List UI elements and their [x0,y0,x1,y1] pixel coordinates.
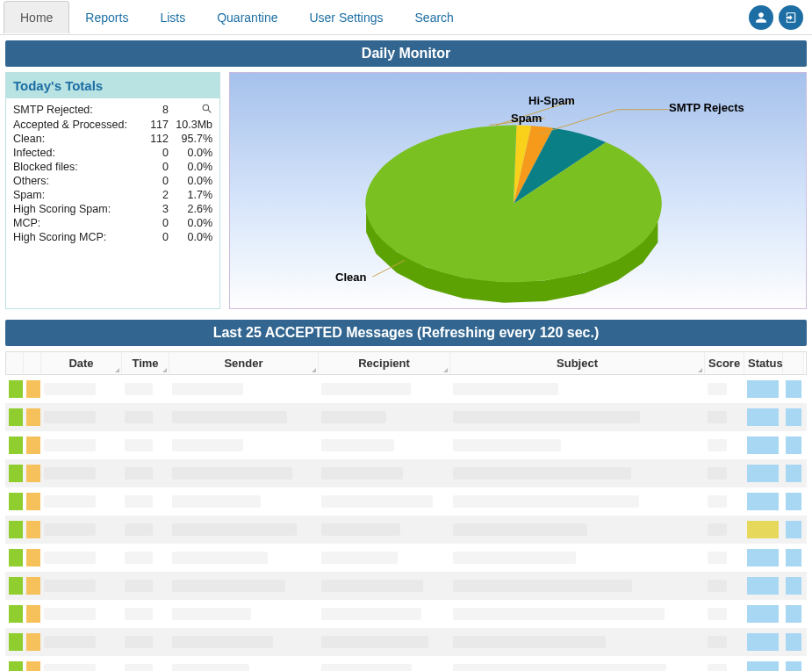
col-sender[interactable]: Sender [169,352,319,374]
messages-body [5,375,807,671]
col-subject[interactable]: Subject [450,352,705,374]
totals-row: Infected:00.0% [13,146,212,160]
row-flag-green [9,408,23,426]
pie-chart: Hi-Spam Spam SMTP Rejects Clean [229,72,807,309]
table-row[interactable] [5,656,807,671]
totals-label: MCP: [13,217,142,229]
row-flag-green [9,437,23,454]
row-flag-amber [26,408,40,426]
totals-extra: 0.0% [169,175,212,187]
row-flag-amber [26,380,40,398]
totals-count: 0 [142,147,169,159]
nav-user-settings[interactable]: User Settings [293,2,399,33]
logout-button[interactable] [779,5,803,30]
row-status [747,577,779,595]
totals-count: 3 [142,203,169,215]
nav-reports[interactable]: Reports [69,2,144,33]
totals-row: High Scoring MCP:00.0% [13,230,212,244]
table-row[interactable] [5,403,807,431]
row-flag-amber [26,633,40,651]
row-status [747,521,779,538]
col-status[interactable]: Status [744,352,783,374]
row-status2 [786,408,801,426]
totals-count: 2 [142,189,169,201]
totals-row: SMTP Rejected:8 [13,102,212,118]
table-row[interactable] [5,375,807,403]
row-status [747,408,779,426]
totals-panel: Today's Totals SMTP Rejected:8Accepted &… [5,72,220,309]
col-status2[interactable] [783,352,804,374]
totals-row: Clean:11295.7% [13,132,212,146]
nav-lists[interactable]: Lists [144,2,201,33]
totals-label: SMTP Rejected: [13,104,142,116]
totals-row: Accepted & Processed:11710.3Mb [13,118,212,132]
row-flag-amber [26,661,40,671]
col-date[interactable]: Date [41,352,122,374]
totals-count: 0 [142,231,169,243]
row-flag-amber [26,493,40,510]
totals-title: Today's Totals [6,73,219,98]
totals-label: Infected: [13,147,142,159]
totals-extra: 0.0% [169,231,212,243]
table-row[interactable] [5,487,807,516]
row-flag-green [9,605,23,623]
svg-point-0 [203,105,209,111]
totals-extra: 10.3Mb [169,119,212,131]
totals-label: Accepted & Processed: [13,119,142,131]
row-status [747,661,779,671]
row-flag-amber [26,465,40,482]
table-row[interactable] [5,544,807,572]
nav-home[interactable]: Home [4,1,69,33]
totals-row: High Scoring Spam:32.6% [13,202,212,216]
row-status2 [786,661,801,671]
daily-monitor-title: Daily Monitor [5,40,807,67]
totals-extra: 0.0% [169,161,212,173]
row-flag-amber [26,605,40,623]
messages-header: Date Time Sender Recipient Subject Score… [5,351,807,375]
row-status2 [786,521,801,538]
totals-row: Blocked files:00.0% [13,160,212,174]
table-row[interactable] [5,431,807,459]
row-flag-green [9,465,23,482]
row-status [747,633,779,651]
magnify-icon[interactable] [201,105,212,117]
row-status2 [786,437,801,454]
row-flag-amber [26,437,40,454]
nav-quarantine[interactable]: Quarantine [201,2,293,33]
row-status2 [786,380,801,398]
user-account-button[interactable] [749,5,773,30]
col-recipient[interactable]: Recipient [319,352,450,374]
totals-row: Others:00.0% [13,174,212,188]
nav-search[interactable]: Search [399,2,470,33]
col-time[interactable]: Time [122,352,169,374]
row-status2 [786,577,801,595]
totals-extra [169,103,212,117]
table-row[interactable] [5,628,807,656]
col-flag2[interactable] [24,352,41,374]
row-status2 [786,549,801,566]
table-row[interactable] [5,572,807,600]
row-flag-amber [26,521,40,538]
table-row[interactable] [5,600,807,628]
table-row[interactable] [5,459,807,487]
row-flag-amber [26,549,40,566]
row-status2 [786,633,801,651]
col-score[interactable]: Score [705,352,744,374]
col-flag1[interactable] [6,352,24,374]
totals-row: MCP:00.0% [13,216,212,230]
row-status [747,380,779,398]
row-status2 [786,465,801,482]
row-status [747,549,779,566]
row-flag-amber [26,577,40,595]
totals-extra: 0.0% [169,147,212,159]
totals-label: High Scoring Spam: [13,203,142,215]
totals-label: High Scoring MCP: [13,231,142,243]
navbar: Home Reports Lists Quarantine User Setti… [0,0,812,35]
row-flag-green [9,380,23,398]
row-flag-green [9,493,23,510]
monitor-area: Today's Totals SMTP Rejected:8Accepted &… [0,72,812,314]
logout-icon [785,11,797,24]
table-row[interactable] [5,516,807,544]
totals-count: 117 [142,119,169,131]
chart-label-smtprejects: SMTP Rejects [669,101,744,114]
